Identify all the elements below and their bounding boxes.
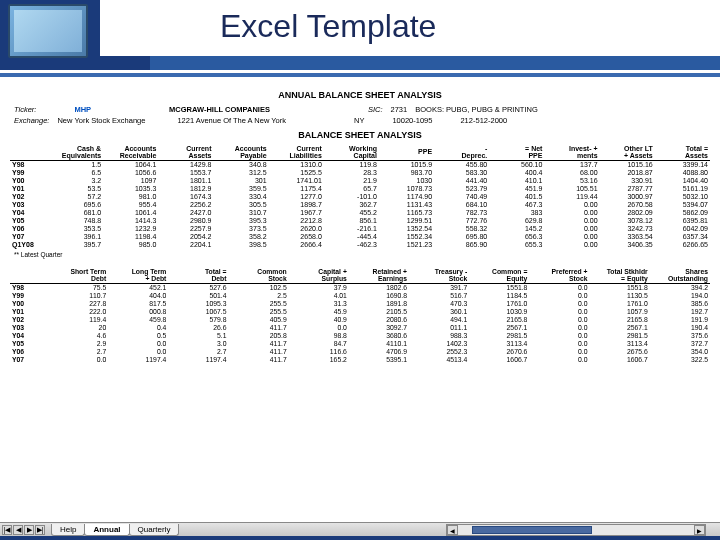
data-cell[interactable]: 0.00 — [544, 217, 599, 225]
data-cell[interactable]: 1802.6 — [349, 283, 409, 292]
row-label[interactable]: Y98 — [10, 283, 48, 292]
data-cell[interactable]: 1131.43 — [379, 201, 434, 209]
data-cell[interactable]: 310.7 — [213, 209, 268, 217]
data-cell[interactable]: 983.70 — [379, 169, 434, 177]
data-cell[interactable]: 451.9 — [489, 185, 544, 193]
data-cell[interactable]: 116.6 — [289, 348, 349, 356]
table-row[interactable]: Y070.01197.41197.4411.7165.25395.14513.4… — [10, 356, 710, 364]
tab-nav-prev[interactable]: ◀ — [13, 525, 23, 535]
worksheet-tab-quarterly[interactable]: Quarterly — [129, 524, 180, 536]
data-cell[interactable]: 0.0 — [529, 356, 589, 364]
scroll-thumb[interactable] — [472, 526, 592, 534]
data-cell[interactable]: 410.1 — [489, 177, 544, 185]
data-cell[interactable]: 3.2 — [48, 177, 103, 185]
data-cell[interactable]: 455.80 — [434, 160, 489, 169]
data-cell[interactable]: 2.7 — [48, 348, 108, 356]
data-cell[interactable]: 353.5 — [48, 225, 103, 233]
data-cell[interactable]: 455.2 — [324, 209, 379, 217]
row-label[interactable]: Y04 — [10, 332, 48, 340]
row-label[interactable]: Q1Y08 — [10, 241, 48, 249]
data-cell[interactable]: 1277.0 — [269, 193, 324, 201]
data-cell[interactable]: 205.8 — [229, 332, 289, 340]
data-cell[interactable]: 0.00 — [544, 225, 599, 233]
data-cell[interactable]: 354.0 — [650, 348, 710, 356]
data-cell[interactable]: 394.2 — [650, 283, 710, 292]
data-cell[interactable]: 1525.5 — [269, 169, 324, 177]
data-cell[interactable]: 3092.7 — [349, 324, 409, 332]
data-cell[interactable]: 330.4 — [213, 193, 268, 201]
table-row[interactable]: Y02119.4459.8579.8405.940.92080.6494.121… — [10, 316, 710, 324]
data-cell[interactable]: 1552.34 — [379, 233, 434, 241]
data-cell[interactable]: 405.9 — [229, 316, 289, 324]
data-cell[interactable]: 404.0 — [108, 292, 168, 300]
data-cell[interactable]: 1414.3 — [103, 217, 158, 225]
data-cell[interactable]: 0.5 — [108, 332, 168, 340]
data-cell[interactable]: 1061.4 — [103, 209, 158, 217]
data-cell[interactable]: 1898.7 — [269, 201, 324, 209]
data-cell[interactable]: 2256.2 — [158, 201, 213, 209]
data-cell[interactable]: 782.73 — [434, 209, 489, 217]
data-cell[interactable]: 2670.58 — [600, 201, 655, 209]
data-cell[interactable]: 0.0 — [529, 340, 589, 348]
data-cell[interactable]: 3406.35 — [600, 241, 655, 249]
data-cell[interactable]: 0.0 — [529, 324, 589, 332]
data-cell[interactable]: 20 — [48, 324, 108, 332]
data-cell[interactable]: 53.5 — [48, 185, 103, 193]
data-cell[interactable]: -101.0 — [324, 193, 379, 201]
data-cell[interactable]: 527.6 — [168, 283, 228, 292]
data-cell[interactable]: 21.9 — [324, 177, 379, 185]
data-cell[interactable]: 1030 — [379, 177, 434, 185]
data-cell[interactable]: 2054.2 — [158, 233, 213, 241]
data-cell[interactable]: 322.5 — [650, 356, 710, 364]
data-cell[interactable]: 110.7 — [48, 292, 108, 300]
data-cell[interactable]: 391.7 — [409, 283, 469, 292]
data-cell[interactable]: 4110.1 — [349, 340, 409, 348]
table-row[interactable]: Y99110.7404.0501.42.54.011690.8516.71184… — [10, 292, 710, 300]
data-cell[interactable]: 985.0 — [103, 241, 158, 249]
data-cell[interactable]: 0.00 — [544, 233, 599, 241]
data-cell[interactable]: 194.0 — [650, 292, 710, 300]
row-label[interactable]: Y03 — [10, 201, 48, 209]
data-cell[interactable]: 3113.4 — [469, 340, 529, 348]
row-label[interactable]: Y05 — [10, 217, 48, 225]
data-cell[interactable]: 1352.54 — [379, 225, 434, 233]
data-cell[interactable]: 385.6 — [650, 300, 710, 308]
data-cell[interactable]: 227.8 — [48, 300, 108, 308]
data-cell[interactable]: 740.49 — [434, 193, 489, 201]
data-cell[interactable]: 4.01 — [289, 292, 349, 300]
data-cell[interactable]: 000.8 — [108, 308, 168, 316]
data-cell[interactable]: 1067.5 — [168, 308, 228, 316]
data-cell[interactable]: 5395.1 — [349, 356, 409, 364]
data-cell[interactable]: 452.1 — [108, 283, 168, 292]
data-cell[interactable]: 305.5 — [213, 201, 268, 209]
data-cell[interactable]: 2670.6 — [469, 348, 529, 356]
data-cell[interactable]: 6266.65 — [655, 241, 710, 249]
row-label[interactable]: Y04 — [10, 209, 48, 217]
data-cell[interactable]: 358.2 — [213, 233, 268, 241]
data-cell[interactable]: 2105.5 — [349, 308, 409, 316]
data-cell[interactable]: 31.3 — [289, 300, 349, 308]
data-cell[interactable]: 2675.6 — [590, 348, 650, 356]
data-cell[interactable]: 0.0 — [529, 316, 589, 324]
data-cell[interactable]: 3078.12 — [600, 217, 655, 225]
worksheet-tab-annual[interactable]: Annual — [84, 524, 129, 536]
data-cell[interactable]: 1741.01 — [269, 177, 324, 185]
table-row[interactable]: Q1Y08395.7985.02204.1398.52666.4-462.315… — [10, 241, 710, 249]
data-cell[interactable]: 2.9 — [48, 340, 108, 348]
data-cell[interactable]: 441.40 — [434, 177, 489, 185]
data-cell[interactable]: 2.5 — [229, 292, 289, 300]
scroll-left-arrow[interactable]: ◀ — [447, 525, 458, 535]
data-cell[interactable]: 2620.0 — [269, 225, 324, 233]
data-cell[interactable]: 2552.3 — [409, 348, 469, 356]
row-label[interactable]: Y98 — [10, 160, 48, 169]
data-cell[interactable]: 0.00 — [544, 241, 599, 249]
data-cell[interactable]: 45.9 — [289, 308, 349, 316]
data-cell[interactable]: 459.8 — [108, 316, 168, 324]
worksheet-tab-help[interactable]: Help — [51, 524, 85, 536]
data-cell[interactable]: 1078.73 — [379, 185, 434, 193]
data-cell[interactable]: 398.5 — [213, 241, 268, 249]
data-cell[interactable]: 494.1 — [409, 316, 469, 324]
data-cell[interactable]: 501.4 — [168, 292, 228, 300]
data-cell[interactable]: 1967.7 — [269, 209, 324, 217]
tab-nav-first[interactable]: |◀ — [2, 525, 12, 535]
